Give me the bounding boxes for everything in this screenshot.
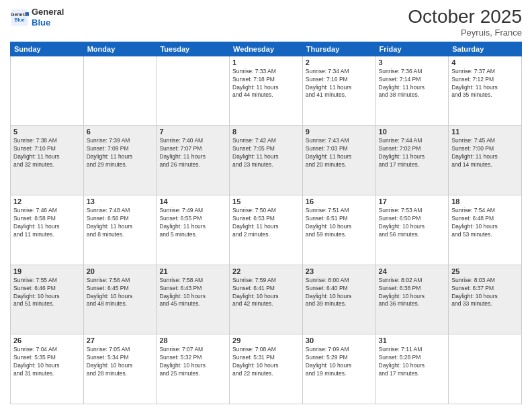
table-row (11, 56, 84, 126)
day-number: 30 (306, 336, 373, 345)
day-number: 13 (87, 197, 154, 205)
day-number: 7 (159, 128, 226, 136)
table-row: 20Sunrise: 7:56 AM Sunset: 6:45 PM Dayli… (83, 265, 157, 334)
table-row: 21Sunrise: 7:58 AM Sunset: 6:43 PM Dayli… (157, 265, 230, 334)
table-row: 24Sunrise: 8:02 AM Sunset: 6:38 PM Dayli… (375, 265, 449, 334)
page: General Blue General Blue October 2025 P… (0, 0, 532, 411)
day-content: Sunrise: 7:40 AM Sunset: 7:07 PM Dayligh… (159, 137, 226, 169)
table-row: 5Sunrise: 7:38 AM Sunset: 7:10 PM Daylig… (11, 126, 84, 195)
calendar-week-3: 12Sunrise: 7:46 AM Sunset: 6:58 PM Dayli… (11, 195, 522, 265)
day-number: 20 (87, 267, 154, 275)
day-content: Sunrise: 7:44 AM Sunset: 7:02 PM Dayligh… (379, 137, 446, 169)
table-row: 8Sunrise: 7:42 AM Sunset: 7:05 PM Daylig… (230, 126, 303, 195)
day-number: 16 (306, 197, 373, 205)
table-row: 22Sunrise: 7:59 AM Sunset: 6:41 PM Dayli… (230, 265, 303, 334)
day-content: Sunrise: 7:48 AM Sunset: 6:56 PM Dayligh… (87, 207, 154, 239)
table-row: 26Sunrise: 7:04 AM Sunset: 5:35 PM Dayli… (11, 334, 84, 404)
day-content: Sunrise: 7:11 AM Sunset: 5:28 PM Dayligh… (379, 346, 446, 378)
day-content: Sunrise: 7:37 AM Sunset: 7:12 PM Dayligh… (451, 68, 519, 100)
calendar-week-5: 26Sunrise: 7:04 AM Sunset: 5:35 PM Dayli… (11, 334, 522, 404)
table-row: 12Sunrise: 7:46 AM Sunset: 6:58 PM Dayli… (11, 195, 84, 265)
day-number: 25 (451, 267, 519, 275)
day-number: 6 (87, 128, 154, 136)
calendar-week-4: 19Sunrise: 7:55 AM Sunset: 6:46 PM Dayli… (11, 265, 522, 334)
day-content: Sunrise: 7:34 AM Sunset: 7:16 PM Dayligh… (306, 68, 373, 100)
day-content: Sunrise: 7:39 AM Sunset: 7:09 PM Dayligh… (87, 137, 154, 169)
table-row: 18Sunrise: 7:54 AM Sunset: 6:48 PM Dayli… (449, 195, 522, 265)
day-content: Sunrise: 7:53 AM Sunset: 6:50 PM Dayligh… (379, 207, 446, 239)
calendar-week-1: 1Sunrise: 7:33 AM Sunset: 7:18 PM Daylig… (11, 56, 522, 126)
day-number: 18 (451, 197, 519, 205)
table-row: 6Sunrise: 7:39 AM Sunset: 7:09 PM Daylig… (83, 126, 157, 195)
day-content: Sunrise: 7:56 AM Sunset: 6:45 PM Dayligh… (87, 277, 154, 309)
month-title: October 2025 (408, 7, 522, 28)
day-number: 2 (306, 58, 373, 66)
day-content: Sunrise: 7:58 AM Sunset: 6:43 PM Dayligh… (159, 277, 226, 309)
table-row: 1Sunrise: 7:33 AM Sunset: 7:18 PM Daylig… (230, 56, 303, 126)
day-number: 27 (87, 336, 154, 345)
table-row: 11Sunrise: 7:45 AM Sunset: 7:00 PM Dayli… (449, 126, 522, 195)
day-number: 9 (306, 128, 373, 136)
logo: General Blue General Blue (10, 7, 64, 28)
day-number: 26 (13, 336, 81, 345)
col-friday: Friday (375, 42, 449, 56)
day-content: Sunrise: 7:08 AM Sunset: 5:31 PM Dayligh… (232, 346, 300, 378)
svg-text:Blue: Blue (14, 17, 24, 22)
day-content: Sunrise: 7:07 AM Sunset: 5:32 PM Dayligh… (159, 346, 226, 378)
table-row: 16Sunrise: 7:51 AM Sunset: 6:51 PM Dayli… (302, 195, 375, 265)
logo-text: General Blue (32, 7, 64, 28)
day-number: 14 (159, 197, 226, 205)
day-number: 31 (379, 336, 446, 345)
table-row (157, 56, 230, 126)
day-number: 8 (232, 128, 300, 136)
day-number: 22 (232, 267, 300, 275)
table-row: 25Sunrise: 8:03 AM Sunset: 6:37 PM Dayli… (449, 265, 522, 334)
day-content: Sunrise: 7:45 AM Sunset: 7:00 PM Dayligh… (451, 137, 519, 169)
day-content: Sunrise: 7:05 AM Sunset: 5:34 PM Dayligh… (87, 346, 154, 378)
table-row: 13Sunrise: 7:48 AM Sunset: 6:56 PM Dayli… (83, 195, 157, 265)
day-number: 3 (379, 58, 446, 66)
day-content: Sunrise: 7:36 AM Sunset: 7:14 PM Dayligh… (379, 68, 446, 100)
location: Peyruis, France (408, 28, 522, 38)
col-wednesday: Wednesday (230, 42, 303, 56)
day-content: Sunrise: 7:54 AM Sunset: 6:48 PM Dayligh… (451, 207, 519, 239)
day-number: 1 (232, 58, 300, 66)
table-row: 29Sunrise: 7:08 AM Sunset: 5:31 PM Dayli… (230, 334, 303, 404)
col-saturday: Saturday (449, 42, 522, 56)
day-number: 21 (159, 267, 226, 275)
day-content: Sunrise: 8:03 AM Sunset: 6:37 PM Dayligh… (451, 277, 519, 309)
logo-icon: General Blue (10, 8, 29, 27)
day-content: Sunrise: 7:04 AM Sunset: 5:35 PM Dayligh… (13, 346, 81, 378)
day-content: Sunrise: 8:00 AM Sunset: 6:40 PM Dayligh… (306, 277, 373, 309)
table-row: 3Sunrise: 7:36 AM Sunset: 7:14 PM Daylig… (375, 56, 449, 126)
table-row: 7Sunrise: 7:40 AM Sunset: 7:07 PM Daylig… (157, 126, 230, 195)
day-number: 23 (306, 267, 373, 275)
day-content: Sunrise: 8:02 AM Sunset: 6:38 PM Dayligh… (379, 277, 446, 309)
col-thursday: Thursday (302, 42, 375, 56)
day-number: 12 (13, 197, 81, 205)
day-number: 19 (13, 267, 81, 275)
col-monday: Monday (83, 42, 157, 56)
table-row (449, 334, 522, 404)
day-content: Sunrise: 7:46 AM Sunset: 6:58 PM Dayligh… (13, 207, 81, 239)
day-content: Sunrise: 7:55 AM Sunset: 6:46 PM Dayligh… (13, 277, 81, 309)
day-number: 11 (451, 128, 519, 136)
day-content: Sunrise: 7:50 AM Sunset: 6:53 PM Dayligh… (232, 207, 300, 239)
title-block: October 2025 Peyruis, France (408, 7, 522, 38)
calendar-header-row: Sunday Monday Tuesday Wednesday Thursday… (11, 42, 522, 56)
table-row: 19Sunrise: 7:55 AM Sunset: 6:46 PM Dayli… (11, 265, 84, 334)
table-row: 27Sunrise: 7:05 AM Sunset: 5:34 PM Dayli… (83, 334, 157, 404)
day-content: Sunrise: 7:49 AM Sunset: 6:55 PM Dayligh… (159, 207, 226, 239)
logo-line2: Blue (32, 17, 64, 28)
table-row: 10Sunrise: 7:44 AM Sunset: 7:02 PM Dayli… (375, 126, 449, 195)
table-row: 14Sunrise: 7:49 AM Sunset: 6:55 PM Dayli… (157, 195, 230, 265)
table-row: 9Sunrise: 7:43 AM Sunset: 7:03 PM Daylig… (302, 126, 375, 195)
header: General Blue General Blue October 2025 P… (10, 7, 522, 38)
logo-line1: General (32, 7, 64, 17)
calendar-week-2: 5Sunrise: 7:38 AM Sunset: 7:10 PM Daylig… (11, 126, 522, 195)
table-row: 2Sunrise: 7:34 AM Sunset: 7:16 PM Daylig… (302, 56, 375, 126)
day-content: Sunrise: 7:33 AM Sunset: 7:18 PM Dayligh… (232, 68, 300, 100)
calendar-table: Sunday Monday Tuesday Wednesday Thursday… (10, 42, 522, 404)
day-number: 4 (451, 58, 519, 66)
day-number: 10 (379, 128, 446, 136)
